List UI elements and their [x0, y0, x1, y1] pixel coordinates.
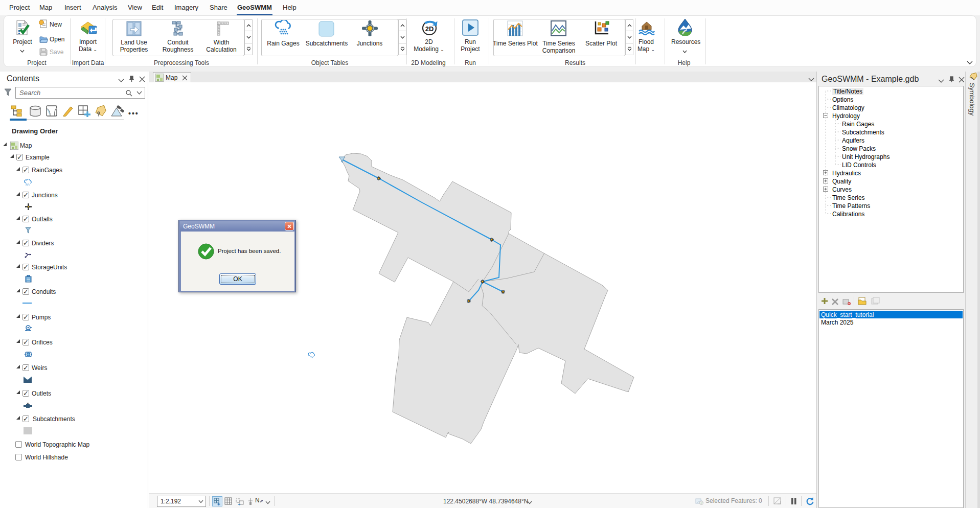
svg-text:2D: 2D — [425, 25, 434, 33]
